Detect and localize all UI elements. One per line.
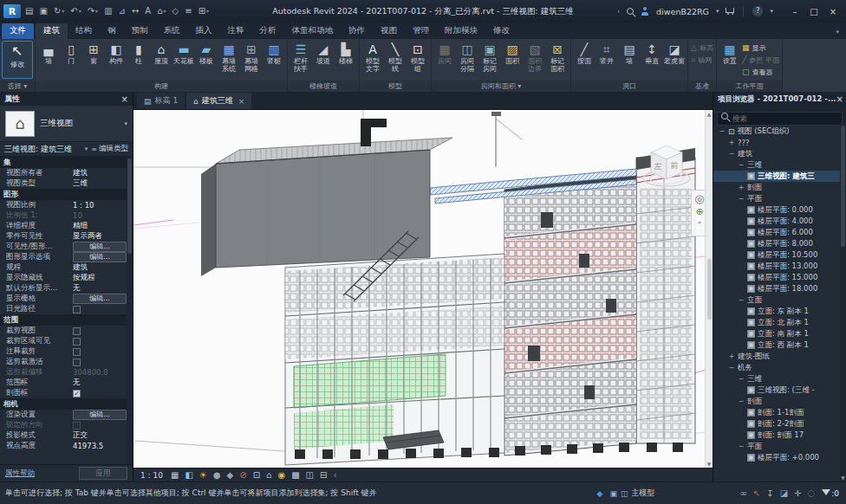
minimize-button[interactable]: –: [785, 7, 804, 16]
steering-wheel-icon[interactable]: ◎: [694, 193, 704, 204]
temporary-hide-isolate-icon[interactable]: ⌂: [266, 471, 271, 480]
view-tab-level-1[interactable]: ▤标高 1: [137, 93, 185, 109]
floor-button[interactable]: ▰楼板: [195, 41, 218, 80]
select-by-face-icon[interactable]: ◪: [780, 488, 788, 498]
reveal-constraints-icon[interactable]: ⊟: [320, 471, 327, 480]
tree-item[interactable]: +剖面: [713, 182, 846, 193]
tree-expander-icon[interactable]: +: [738, 184, 745, 191]
ribbon-tab[interactable]: 管理: [405, 23, 437, 39]
tree-expander-icon[interactable]: −: [738, 443, 745, 450]
properties-section-header[interactable]: 相机: [0, 398, 133, 410]
property-value[interactable]: 建筑: [73, 168, 88, 178]
property-value[interactable]: 建筑: [73, 262, 88, 273]
render-icon[interactable]: ◆: [227, 471, 234, 480]
drag-on-selection-icon[interactable]: ✛: [794, 488, 801, 498]
edit-button[interactable]: 编辑...: [73, 294, 127, 304]
tree-item[interactable]: 剖面: 2-2剖面: [713, 418, 846, 430]
crop-view-icon[interactable]: ⊘: [239, 471, 246, 480]
displacement-icon[interactable]: ◫: [306, 471, 314, 480]
ribbon-tab[interactable]: 钢: [100, 23, 124, 39]
dormer-button[interactable]: ◪老虎窗: [663, 41, 686, 80]
properties-scrollbar[interactable]: [127, 157, 133, 464]
tree-expander-icon[interactable]: −: [738, 397, 745, 405]
tree-item[interactable]: 楼层平面: 6.000: [713, 227, 846, 238]
ribbon-tab[interactable]: 协作: [341, 23, 373, 39]
ribbon-tab[interactable]: 体量和场地: [284, 23, 342, 39]
property-checkbox[interactable]: ✓: [73, 390, 81, 397]
property-value[interactable]: 按规程: [73, 273, 95, 283]
tree-item[interactable]: −三维: [713, 373, 846, 384]
reveal-hidden-icon[interactable]: ◉: [277, 471, 285, 480]
select-links-icon[interactable]: ∞: [740, 488, 747, 498]
panel-label[interactable]: 房间和面积 ▾: [432, 81, 570, 92]
save-icon[interactable]: ▣: [39, 7, 47, 16]
set-workplane-button[interactable]: ▦设置: [719, 41, 741, 80]
ribbon-tab[interactable]: 建筑: [36, 23, 68, 39]
property-checkbox[interactable]: [73, 306, 81, 313]
viewer-button[interactable]: ▢查看器: [742, 67, 779, 77]
sun-path-icon[interactable]: ☀: [199, 471, 207, 480]
ribbon-tab[interactable]: 系统: [156, 23, 188, 39]
tree-item[interactable]: −⊡视图 (SEC组织): [713, 126, 846, 137]
scrollbar-thumb[interactable]: [707, 259, 712, 320]
tree-item[interactable]: 楼层平面: 0.000: [713, 204, 846, 216]
property-value[interactable]: 无: [73, 283, 81, 294]
column-button[interactable]: ▮柱: [127, 41, 150, 80]
ramp-button[interactable]: ◢坡道: [312, 41, 335, 80]
tree-expander-icon[interactable]: +: [728, 139, 735, 146]
room-separator-button[interactable]: ◫房间 分隔: [456, 41, 478, 80]
property-checkbox[interactable]: [73, 338, 81, 346]
properties-close-icon[interactable]: ×: [121, 94, 128, 104]
edit-type-button[interactable]: ≡ 编辑类型: [91, 144, 128, 154]
tree-item[interactable]: +???: [713, 137, 846, 148]
tree-expander-icon[interactable]: −: [738, 375, 745, 383]
show-workplane-button[interactable]: ▦显示: [742, 42, 779, 53]
tree-expander-icon[interactable]: −: [738, 296, 745, 304]
tree-item[interactable]: 立面: 南 副本 1: [713, 328, 846, 339]
help-caret-icon[interactable]: ▾: [770, 8, 773, 15]
model-group-button[interactable]: ⊡模型 组: [407, 41, 429, 80]
drawing-area[interactable]: 左 前 ◎ ⊕ ▾ ▲ ▼: [133, 109, 713, 468]
railing-button[interactable]: ☰栏杆 扶手: [290, 41, 312, 80]
tree-item[interactable]: +建筑-图纸: [713, 351, 846, 362]
property-checkbox[interactable]: [73, 359, 81, 366]
tree-item[interactable]: 立面: 东 副本 1: [713, 306, 846, 317]
ribbon-tab[interactable]: 插入: [188, 23, 220, 39]
zoom-icon[interactable]: ⊕: [695, 207, 703, 216]
viewcube-front-face[interactable]: 前: [671, 161, 679, 170]
mullion-button[interactable]: ▥竖梃: [263, 41, 285, 80]
view-tab-close-icon[interactable]: ×: [238, 97, 245, 106]
instance-selector-label[interactable]: 三维视图: 建筑三维: [4, 144, 81, 155]
type-selector[interactable]: ⌂ 三维视图 ▾: [0, 106, 133, 142]
tree-item[interactable]: 楼层平面: 4.000: [713, 216, 846, 227]
visual-style-icon[interactable]: ◧: [185, 471, 192, 480]
wall-button[interactable]: ▄墙: [37, 41, 60, 80]
tag-room-button[interactable]: ▣标记 房间: [478, 41, 501, 80]
undo-icon[interactable]: ↶▾: [70, 7, 81, 16]
property-value[interactable]: 正交: [73, 430, 88, 441]
tree-item[interactable]: 楼层平面: 18.000: [713, 283, 846, 294]
browser-scrollbar[interactable]: ▼: [840, 124, 846, 481]
ribbon-tab[interactable]: 注释: [220, 23, 252, 39]
switch-windows-icon[interactable]: ⊞▾: [198, 7, 209, 16]
tree-item[interactable]: 楼层平面: 15.000: [713, 272, 846, 283]
select-pinned-icon[interactable]: ↧: [766, 488, 773, 498]
properties-section-header[interactable]: 图形: [0, 189, 133, 200]
tree-item[interactable]: 剖面: 1-1剖面: [713, 407, 846, 418]
curtain-grid-button[interactable]: ⊞幕墙 网格: [240, 41, 263, 80]
signed-in-user[interactable]: diwenB22RG: [656, 7, 709, 16]
tree-item[interactable]: 三维视图: (三维 -: [713, 384, 846, 396]
ribbon-tab[interactable]: 视图: [373, 23, 405, 39]
dimension-icon[interactable]: ↔: [132, 7, 139, 16]
tree-item[interactable]: −平面: [713, 193, 846, 204]
tree-item[interactable]: 楼层平面: 8.000: [713, 238, 846, 249]
vertical-opening-button[interactable]: ↕垂直: [641, 41, 663, 80]
door-button[interactable]: ▯门: [60, 41, 82, 80]
tag-area-button[interactable]: ⊠标记 面积: [546, 41, 569, 80]
property-checkbox[interactable]: [73, 327, 81, 335]
show-crop-icon[interactable]: ⊡: [253, 471, 260, 480]
scroll-down-icon[interactable]: ▼: [707, 461, 712, 467]
model-line-button[interactable]: ╲模型 线: [384, 41, 407, 80]
properties-section-header[interactable]: 范围: [0, 314, 133, 326]
tree-item[interactable]: 立面: 北 副本 1: [713, 317, 846, 328]
